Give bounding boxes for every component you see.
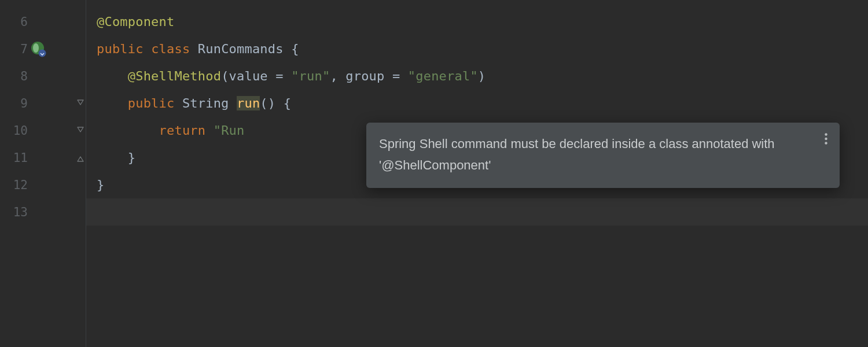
gutter-row: 6 — [0, 8, 86, 35]
code-token: group = — [345, 69, 408, 83]
code-token: return — [159, 123, 206, 138]
code-token — [190, 42, 197, 56]
code-line[interactable]: public String run() { — [86, 90, 868, 117]
fold-collapse-icon[interactable] — [76, 127, 84, 135]
code-area[interactable]: @Componentpublic class RunCommands { @Sh… — [86, 0, 868, 347]
line-number: 13 — [5, 205, 28, 219]
gutter-row: 13 — [0, 198, 86, 226]
fold-collapse-icon[interactable] — [76, 99, 84, 108]
line-number: 8 — [5, 69, 28, 83]
gutter-row: 12 — [0, 171, 86, 198]
java-class-icon[interactable] — [30, 41, 46, 57]
code-token: ( — [221, 69, 229, 83]
inspection-tooltip-message: Spring Shell command must be declared in… — [379, 136, 775, 172]
gutter-row: 7 — [0, 35, 86, 62]
svg-point-1 — [33, 43, 39, 53]
svg-point-4 — [825, 138, 827, 140]
gutter: 678910111213 — [0, 0, 86, 347]
code-token: value = — [229, 69, 292, 83]
code-token — [97, 69, 128, 83]
gutter-row: 11 — [0, 144, 86, 171]
code-token — [97, 96, 128, 110]
gutter-row: 10 — [0, 117, 86, 144]
line-number: 12 — [5, 178, 28, 192]
code-line[interactable]: public class RunCommands { — [86, 35, 868, 62]
gutter-row: 9 — [0, 90, 86, 117]
code-token: @Component — [97, 14, 174, 29]
line-number: 6 — [5, 15, 28, 29]
line-number: 7 — [5, 42, 28, 56]
code-token: @ShellMethod — [128, 69, 221, 83]
code-token: public — [128, 96, 175, 110]
code-token: , — [330, 69, 345, 83]
code-line[interactable]: @ShellMethod(value = "run", group = "gen… — [86, 62, 868, 90]
fold-expand-icon[interactable] — [76, 154, 84, 162]
code-line[interactable] — [86, 198, 868, 226]
line-number: 10 — [5, 124, 28, 138]
line-number: 9 — [5, 97, 28, 110]
code-token: String — [174, 96, 237, 110]
code-token: "Run — [214, 123, 245, 138]
code-token: class — [151, 42, 190, 56]
code-token: ) — [478, 69, 486, 83]
code-line[interactable]: @Component — [86, 8, 868, 35]
code-token: } — [97, 178, 104, 192]
code-token: RunCommands { — [198, 42, 299, 56]
code-token: } — [97, 150, 135, 165]
svg-point-3 — [825, 133, 827, 135]
svg-point-2 — [39, 49, 46, 57]
code-token — [144, 42, 151, 56]
code-token: public — [97, 42, 144, 56]
more-vertical-icon — [825, 133, 827, 145]
code-token: () { — [260, 96, 291, 110]
svg-point-5 — [825, 142, 827, 144]
code-token — [205, 123, 213, 138]
inspection-tooltip: Spring Shell command must be declared in… — [366, 123, 840, 188]
code-token: run — [237, 96, 260, 110]
code-token: "general" — [408, 69, 478, 83]
code-token: "run" — [291, 69, 330, 83]
line-number: 11 — [5, 151, 28, 165]
code-editor: 678910111213 @Componentpublic class RunC… — [0, 0, 868, 347]
tooltip-more-actions-button[interactable] — [819, 131, 833, 147]
code-token — [97, 123, 159, 138]
gutter-row: 8 — [0, 62, 86, 90]
